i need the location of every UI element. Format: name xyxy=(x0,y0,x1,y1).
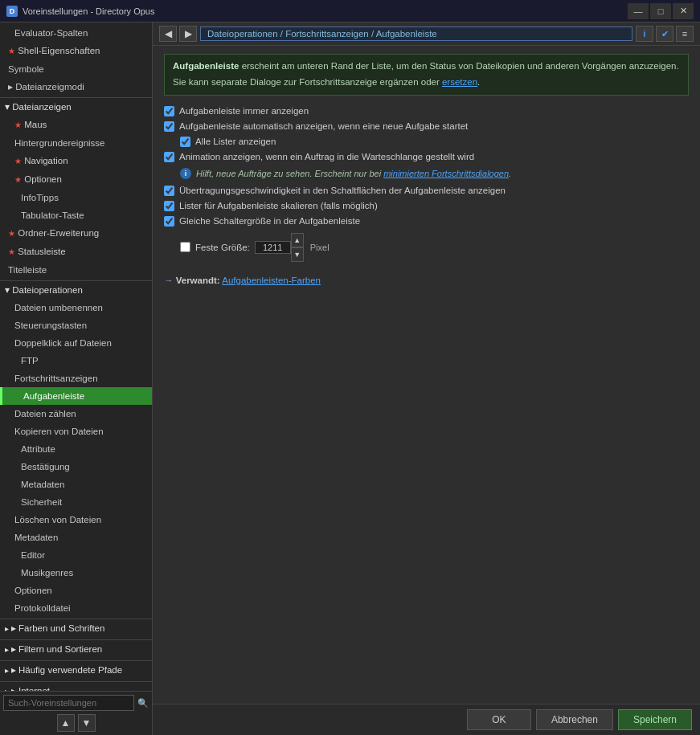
info-rest-text: erscheint am unteren Rand der Liste, um … xyxy=(239,61,678,71)
sidebar-item[interactable]: ★ Statusleiste xyxy=(0,243,152,261)
sidebar-item[interactable]: Symbole xyxy=(0,60,152,78)
cb-animation-label[interactable]: Animation anzeigen, wenn ein Auftrag in … xyxy=(179,152,474,161)
setting-aufgabenleiste-auto: Aufgabenleiste automatisch anzeigen, wen… xyxy=(164,119,689,134)
size-input[interactable] xyxy=(255,241,291,254)
content-area: ◀ ▶ Dateioperationen / Fortschrittsanzei… xyxy=(153,22,700,735)
sidebar-item[interactable]: ▾ Dateianzeigen xyxy=(0,97,152,116)
sidebar-item[interactable]: Steuerungstasten xyxy=(0,316,152,334)
setting-aufgabenleiste-immer: Aufgabenleiste immer anzeigen xyxy=(164,104,689,119)
verwandt-label: Verwandt: xyxy=(176,276,223,285)
cancel-button[interactable]: Abbrechen xyxy=(536,709,613,730)
sidebar-item[interactable]: Editor xyxy=(0,546,152,564)
sidebar-item[interactable]: Kopieren von Dateien xyxy=(0,423,152,440)
info-button[interactable]: i xyxy=(636,26,653,42)
sidebar-list: Evaluator-Spalten★ Shell-EigenschaftenSy… xyxy=(0,22,152,691)
sidebar-item[interactable]: Dateien umbenennen xyxy=(0,299,152,316)
sidebar-item[interactable]: Dateien zählen xyxy=(0,405,152,423)
cb-uebertragung[interactable] xyxy=(164,186,174,196)
sidebar-item[interactable]: Metadaten xyxy=(0,476,152,493)
spin-down-button[interactable]: ▼ xyxy=(291,247,304,262)
ok-button[interactable]: OK xyxy=(467,709,531,730)
sidebar-item[interactable]: Attribute xyxy=(0,440,152,458)
info-line1: Aufgabenleiste erscheint am unteren Rand… xyxy=(173,59,680,73)
sidebar-item[interactable]: InfoTipps xyxy=(0,189,152,206)
toolbar-icons: i ✔ ≡ xyxy=(636,26,694,42)
save-button[interactable]: Speichern xyxy=(618,709,692,730)
close-button[interactable]: ✕ xyxy=(673,3,694,19)
sidebar-item[interactable]: Titelleiste xyxy=(0,261,152,279)
search-icon: 🔍 xyxy=(137,698,149,708)
ersetzen-link[interactable]: ersetzen xyxy=(442,77,477,87)
setting-skalieren: Lister für Aufgabenleiste skalieren (fal… xyxy=(164,198,689,214)
sidebar-item[interactable]: ▸ Internet xyxy=(0,681,152,691)
spin-up-button[interactable]: ▲ xyxy=(291,233,304,247)
cb-feste-groesse[interactable] xyxy=(180,242,190,252)
cb-skalieren-label[interactable]: Lister für Aufgabenleiste skalieren (fal… xyxy=(179,201,378,210)
menu-button[interactable]: ≡ xyxy=(676,26,694,42)
back-button[interactable]: ◀ xyxy=(159,26,177,42)
setting-uebertragung: Übertragungsgeschwindigkeit in den Schal… xyxy=(164,183,689,198)
cb-alle-lister-label[interactable]: Alle Lister anzeigen xyxy=(195,137,276,146)
sidebar: Evaluator-Spalten★ Shell-EigenschaftenSy… xyxy=(0,22,153,735)
verwandt-arrow: → xyxy=(164,276,174,285)
cb-aufgabenleiste-immer-label[interactable]: Aufgabenleiste immer anzeigen xyxy=(179,106,309,116)
cb-alle-lister[interactable] xyxy=(180,137,190,147)
info-note-icon: i xyxy=(180,168,191,179)
sidebar-item[interactable]: Metadaten xyxy=(0,529,152,546)
cb-gleiche-groesse[interactable] xyxy=(164,216,174,227)
sidebar-item[interactable]: Tabulator-Taste xyxy=(0,206,152,224)
size-spinner: ▲ ▼ xyxy=(255,233,304,262)
info-bold-text: Aufgabenleiste xyxy=(173,61,239,71)
title-bar: D Voreinstellungen - Directory Opus — □ … xyxy=(0,0,700,22)
cb-skalieren[interactable] xyxy=(164,201,174,211)
cb-aufgabenleiste-immer[interactable] xyxy=(164,106,174,116)
info-note-row: i Hilft, neue Aufträge zu sehen. Erschei… xyxy=(164,165,689,182)
sidebar-item[interactable]: ▸ Filtern und Sortieren xyxy=(0,639,152,659)
sidebar-item[interactable]: Aufgabenleiste xyxy=(0,387,152,405)
info-box: Aufgabenleiste erscheint am unteren Rand… xyxy=(164,54,689,96)
sidebar-item[interactable]: Optionen xyxy=(0,582,152,599)
window-title: Voreinstellungen - Directory Opus xyxy=(23,6,154,16)
main-layout: Evaluator-Spalten★ Shell-EigenschaftenSy… xyxy=(0,22,700,735)
info-note-text: Hilft, neue Aufträge zu sehen. Erscheint… xyxy=(196,169,511,178)
forward-button[interactable]: ▶ xyxy=(179,26,197,42)
sidebar-item[interactable]: FTP xyxy=(0,352,152,370)
sidebar-item[interactable]: ★ Optionen xyxy=(0,170,152,189)
nav-up-button[interactable]: ▲ xyxy=(57,714,75,732)
title-bar-left: D Voreinstellungen - Directory Opus xyxy=(6,6,154,17)
sidebar-item[interactable]: Löschen von Dateien xyxy=(0,511,152,529)
sidebar-item[interactable]: Evaluator-Spalten xyxy=(0,24,152,42)
sidebar-item[interactable]: ▾ Dateioperationen xyxy=(0,280,152,299)
cb-animation[interactable] xyxy=(164,152,174,162)
settings-group: Aufgabenleiste immer anzeigen Aufgabenle… xyxy=(164,104,689,264)
cb-gleiche-groesse-label[interactable]: Gleiche Schaltergröße in der Aufgabenlei… xyxy=(179,216,360,226)
sidebar-item[interactable]: ★ Ordner-Erweiterung xyxy=(0,224,152,243)
sidebar-item[interactable]: ★ Navigation xyxy=(0,152,152,170)
sidebar-item[interactable]: ★ Maus xyxy=(0,116,152,134)
sidebar-item[interactable]: Sicherheit xyxy=(0,493,152,511)
info-line2: Sie kann separate Dialoge zur Fortschrit… xyxy=(173,76,680,89)
sidebar-item[interactable]: ▸ Häufig verwendete Pfade xyxy=(0,660,152,680)
cb-uebertragung-label[interactable]: Übertragungsgeschwindigkeit in den Schal… xyxy=(179,186,506,195)
sidebar-item[interactable]: ▸ Farben und Schriften xyxy=(0,619,152,638)
verified-icon-button[interactable]: ✔ xyxy=(656,26,673,42)
sidebar-item[interactable]: Protokolldatei xyxy=(0,599,152,617)
cb-feste-groesse-label[interactable]: Feste Größe: xyxy=(195,243,250,252)
sidebar-item[interactable]: Hintergrundereignisse xyxy=(0,134,152,152)
sidebar-item[interactable]: Musikgenres xyxy=(0,564,152,582)
minimize-button[interactable]: — xyxy=(628,3,649,19)
maximize-button[interactable]: □ xyxy=(650,3,671,19)
sidebar-item[interactable]: Doppelklick auf Dateien xyxy=(0,334,152,352)
minimiert-link[interactable]: minimierten Fortschrittsdialogen xyxy=(383,169,509,178)
verwandt-link[interactable]: Aufgabenleisten-Farben xyxy=(222,276,321,285)
search-input[interactable] xyxy=(3,695,134,711)
cb-aufgabenleiste-auto[interactable] xyxy=(164,121,174,132)
verwandt-row: → Verwandt: Aufgabenleisten-Farben xyxy=(164,276,689,285)
sidebar-item[interactable]: Bestätigung xyxy=(0,458,152,476)
sidebar-item[interactable]: ★ Shell-Eigenschaften xyxy=(0,42,152,60)
sidebar-item[interactable]: Fortschrittsanzeigen xyxy=(0,370,152,387)
sidebar-item[interactable]: ▸ Dateianzeigmodi xyxy=(0,78,152,96)
cb-aufgabenleiste-auto-label[interactable]: Aufgabenleiste automatisch anzeigen, wen… xyxy=(179,121,468,131)
setting-gleiche-groesse: Gleiche Schaltergröße in der Aufgabenlei… xyxy=(164,214,689,229)
nav-down-button[interactable]: ▼ xyxy=(78,714,96,732)
